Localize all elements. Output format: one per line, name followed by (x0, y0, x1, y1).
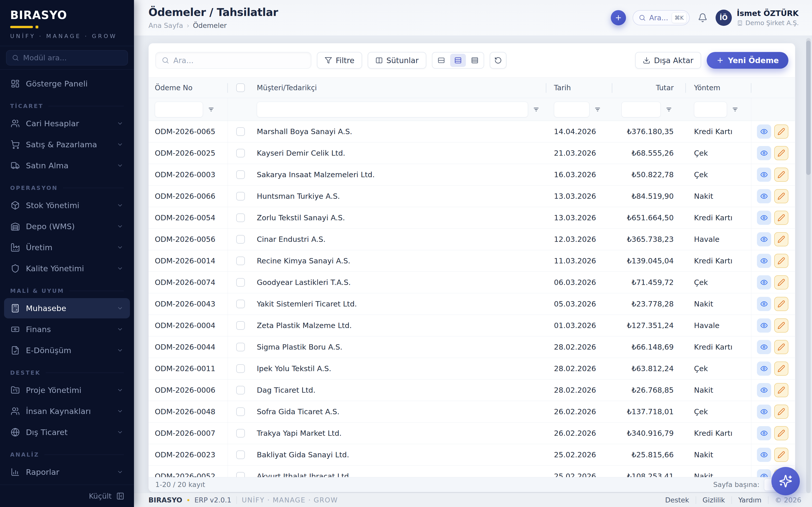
module-search[interactable] (6, 50, 128, 65)
table-row[interactable]: ODM-2026-0044Sigma Plastik Boru A.S.28.0… (149, 336, 795, 358)
view-button[interactable] (757, 275, 771, 289)
table-row[interactable]: ODM-2026-0066Huntsman Turkiye A.S.13.03.… (149, 185, 795, 207)
breadcrumb-home[interactable]: Ana Sayfa (148, 21, 183, 30)
table-row[interactable]: ODM-2026-0048Sofra Gida Ticaret A.S.26.0… (149, 401, 795, 422)
filter-lines-icon[interactable] (665, 106, 672, 113)
notifications-button[interactable] (696, 11, 709, 24)
sidebar-collapse[interactable]: Küçült (0, 485, 134, 507)
edit-button[interactable] (774, 124, 789, 139)
column-header-method[interactable]: Yöntem (686, 77, 751, 98)
view-button[interactable] (757, 211, 771, 225)
table-row[interactable]: ODM-2026-0025Kayseri Demir Celik Ltd.21.… (149, 143, 795, 164)
sidebar-item-sat-pazarlama[interactable]: Satış & Pazarlama (4, 134, 130, 155)
row-checkbox[interactable] (236, 321, 245, 330)
view-button[interactable] (757, 146, 771, 160)
table-row[interactable]: ODM-2026-0003Sakarya Insaat Malzemeleri … (149, 164, 795, 185)
table-row[interactable]: ODM-2026-0006Dag Ticaret Ltd.28.02.2026₺… (149, 380, 795, 401)
sidebar-item-kalite-y-netimi[interactable]: Kalite Yönetimi (4, 258, 130, 279)
table-search-input[interactable] (173, 56, 305, 65)
select-all-checkbox[interactable] (236, 83, 245, 92)
table-row[interactable]: ODM-2026-0004Zeta Plastik Malzeme Ltd.01… (149, 315, 795, 336)
edit-button[interactable] (774, 254, 789, 268)
table-row[interactable]: ODM-2026-0065Marshall Boya Sanayi A.S.14… (149, 121, 795, 143)
edit-button[interactable] (774, 340, 789, 354)
filter-button[interactable]: Filtre (317, 52, 362, 69)
row-checkbox[interactable] (236, 343, 245, 351)
edit-button[interactable] (774, 211, 789, 225)
row-checkbox[interactable] (236, 214, 245, 222)
edit-button[interactable] (774, 426, 789, 440)
view-button[interactable] (757, 319, 771, 333)
filter-input-customer[interactable] (257, 102, 528, 117)
sidebar-item-retim[interactable]: Üretim (4, 237, 130, 258)
view-button[interactable] (757, 254, 771, 268)
sidebar-item-g-sterge-paneli[interactable]: Gösterge Paneli (4, 73, 130, 94)
view-button[interactable] (757, 383, 771, 397)
density-comfortable-button[interactable] (434, 54, 449, 67)
table-row[interactable]: ODM-2026-0056Cinar Endustri A.S.12.03.20… (149, 229, 795, 250)
edit-button[interactable] (774, 319, 789, 333)
sidebar-item-i-nsan-kaynaklar[interactable]: İnsan Kaynakları (4, 401, 130, 421)
density-compact-button[interactable] (467, 54, 483, 67)
refresh-button[interactable] (490, 52, 506, 69)
export-button[interactable]: Dışa Aktar (635, 52, 701, 69)
edit-button[interactable] (774, 232, 789, 246)
sidebar-item-finans[interactable]: Finans (4, 319, 130, 339)
global-search[interactable]: Ara... ⌘K (632, 10, 690, 25)
view-button[interactable] (757, 124, 771, 139)
row-checkbox[interactable] (236, 257, 245, 265)
column-header-date[interactable]: Tarih (546, 77, 612, 98)
sidebar-item-proje-y-netimi[interactable]: Proje Yönetimi (4, 380, 130, 400)
sidebar-item-raporlar[interactable]: Raporlar (4, 462, 130, 482)
footer-link[interactable]: Destek (665, 496, 689, 504)
table-row[interactable]: ODM-2026-0054Zorlu Tekstil Sanayi A.S.13… (149, 207, 795, 229)
view-button[interactable] (757, 469, 771, 477)
edit-button[interactable] (774, 405, 789, 419)
edit-button[interactable] (774, 275, 789, 289)
edit-button[interactable] (774, 383, 789, 397)
sidebar-item-cari-hesaplar[interactable]: Cari Hesaplar (4, 113, 130, 133)
row-checkbox[interactable] (236, 429, 245, 438)
table-row[interactable]: ODM-2026-0074Goodyear Lastikleri T.A.S.0… (149, 272, 795, 293)
user-menu[interactable]: İÖ İsmet ÖZTÜRK Demo Şirket A.Ş. (716, 9, 799, 26)
columns-button[interactable]: Sütunlar (368, 52, 426, 69)
view-button[interactable] (757, 168, 771, 182)
row-checkbox[interactable] (236, 149, 245, 157)
view-button[interactable] (757, 232, 771, 246)
edit-button[interactable] (774, 448, 789, 462)
row-checkbox[interactable] (236, 300, 245, 308)
row-checkbox[interactable] (236, 407, 245, 416)
view-button[interactable] (757, 426, 771, 440)
row-checkbox[interactable] (236, 450, 245, 459)
scrollbar-track[interactable] (806, 38, 811, 493)
view-button[interactable] (757, 340, 771, 354)
row-checkbox[interactable] (236, 235, 245, 244)
view-button[interactable] (757, 297, 771, 311)
table-row[interactable]: ODM-2026-0007Trakya Yapi Market Ltd.26.0… (149, 422, 795, 444)
new-payment-button[interactable]: Yeni Ödeme (707, 52, 789, 69)
ai-assistant-fab[interactable] (771, 467, 800, 495)
column-header-amount[interactable]: Tutar (612, 77, 686, 98)
density-standard-button[interactable] (450, 54, 466, 67)
view-button[interactable] (757, 189, 771, 203)
filter-lines-icon[interactable] (532, 106, 540, 113)
table-row[interactable]: ODM-2026-0052Akyurt Ithalat Ihracat Ltd.… (149, 466, 795, 477)
row-checkbox[interactable] (236, 192, 245, 201)
filter-input-payment-no[interactable] (155, 102, 203, 117)
table-row[interactable]: ODM-2026-0011Ipek Yolu Tekstil A.S.28.02… (149, 358, 795, 380)
filter-input-amount[interactable] (621, 102, 661, 117)
sidebar-item-depo-wms[interactable]: Depo (WMS) (4, 216, 130, 236)
edit-button[interactable] (774, 361, 789, 376)
sidebar-item-muhasebe[interactable]: Muhasebe (4, 298, 130, 319)
view-button[interactable] (757, 405, 771, 419)
table-row[interactable]: ODM-2026-0043Yakit Sistemleri Ticaret Lt… (149, 293, 795, 315)
edit-button[interactable] (774, 168, 789, 182)
quick-add-button[interactable] (611, 10, 626, 25)
table-search[interactable] (155, 52, 311, 69)
footer-link[interactable]: Gizlilik (703, 496, 725, 504)
row-checkbox[interactable] (236, 127, 245, 136)
row-checkbox[interactable] (236, 472, 245, 477)
column-header-customer[interactable]: Müşteri/Tedarikçi (253, 77, 546, 98)
filter-lines-icon[interactable] (594, 106, 601, 113)
row-checkbox[interactable] (236, 386, 245, 394)
